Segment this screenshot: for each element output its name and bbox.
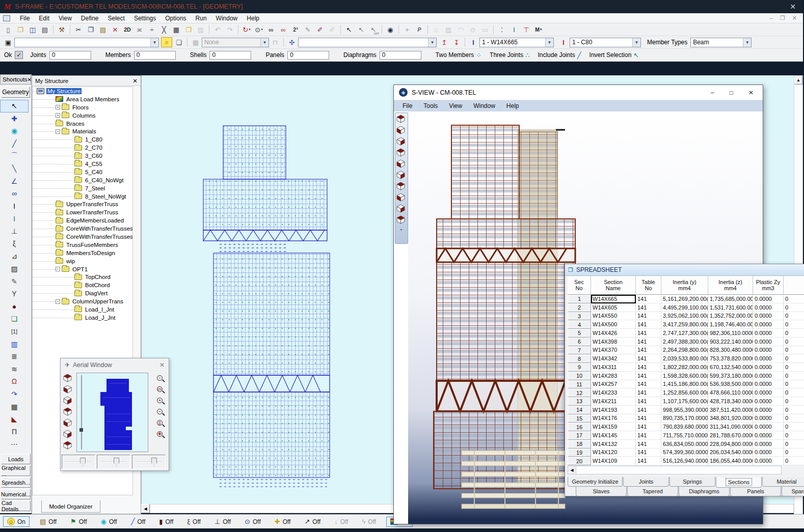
- data-cell[interactable]: 141: [636, 295, 661, 303]
- data-cell[interactable]: 982,306,110.0000: [708, 329, 753, 338]
- button-graphical[interactable]: Graphical ...: [1, 465, 31, 476]
- data-cell[interactable]: 0: [784, 388, 804, 397]
- tab-model-organizer[interactable]: Model Organizer: [41, 500, 100, 513]
- include-joints-icon[interactable]: ╱: [577, 51, 581, 59]
- tree-item-8-steel-nowgt[interactable]: 8_Steel_NoWgt: [33, 192, 132, 201]
- data-cell[interactable]: 0: [784, 346, 804, 355]
- data-cell[interactable]: 0: [784, 414, 804, 423]
- data-cell[interactable]: 2,264,298,800.00(: [661, 346, 708, 355]
- data-cell[interactable]: 141: [636, 320, 661, 329]
- row-number-cell[interactable]: 11: [568, 380, 591, 389]
- data-cell[interactable]: 0: [784, 406, 804, 414]
- data-cell[interactable]: 0: [784, 440, 804, 449]
- data-cell[interactable]: 5,161,269,200.00(: [661, 295, 708, 303]
- import-up-icon[interactable]: ↥: [439, 37, 450, 47]
- section-combo[interactable]: 1 - W14X665▼: [479, 38, 554, 47]
- view-cube-left-icon[interactable]: [63, 396, 73, 406]
- data-cell[interactable]: 0.0000: [753, 449, 784, 457]
- members-toggle[interactable]: ╱Off: [127, 517, 149, 526]
- data-cell[interactable]: 387,511,420.0000: [708, 406, 753, 414]
- zoom-window-icon[interactable]: ▭: [156, 386, 166, 395]
- data-cell[interactable]: W14X550: [591, 312, 636, 321]
- row-number-cell[interactable]: 2: [568, 303, 591, 312]
- view-cube-bottom-icon[interactable]: [63, 430, 73, 440]
- data-cell[interactable]: 141: [636, 423, 661, 431]
- group-folder-icon[interactable]: ❒: [183, 24, 194, 35]
- row-number-cell[interactable]: 10: [568, 372, 591, 380]
- data-cell[interactable]: 2,039,533,800.00(: [661, 354, 708, 363]
- member-symbols-icon[interactable]: M▾: [533, 24, 544, 35]
- data-cell[interactable]: 3,925,062,100.00(: [661, 312, 708, 321]
- data-cell[interactable]: W14X398: [591, 338, 636, 346]
- data-cell[interactable]: 0.0000: [753, 303, 784, 312]
- find-binoculars-icon[interactable]: ∞: [265, 24, 277, 35]
- member-axes-toggle[interactable]: ↗Off: [301, 517, 324, 526]
- data-cell[interactable]: 636,834,050.0000: [661, 440, 708, 449]
- row-number-cell[interactable]: 13: [568, 397, 591, 406]
- numbered-grid-icon[interactable]: ▦: [0, 400, 29, 413]
- paint-select-icon[interactable]: ✐: [314, 24, 326, 35]
- panels-toggle[interactable]: ▮Off: [155, 517, 177, 526]
- data-cell[interactable]: 0.0000: [753, 295, 784, 303]
- data-cell[interactable]: W14X176: [591, 414, 636, 423]
- menu-item-select[interactable]: Select: [103, 15, 129, 22]
- select-pointer-icon[interactable]: ↖: [0, 100, 29, 113]
- tab-diaphragms[interactable]: Diaphragms: [679, 487, 730, 496]
- spreadsheet-title-bar[interactable]: ❐ SPREADSHEET: [565, 264, 804, 276]
- data-cell[interactable]: 0: [784, 423, 804, 431]
- data-cell[interactable]: 574,399,360.0000: [661, 449, 708, 457]
- data-cell[interactable]: 0: [784, 354, 804, 363]
- add-member-icon[interactable]: ╱: [0, 137, 29, 150]
- loads-toggle[interactable]: ↓Off: [331, 517, 352, 526]
- dynamic-toggle[interactable]: ϟOff: [358, 517, 380, 526]
- data-cell[interactable]: 141: [636, 397, 661, 406]
- data-cell[interactable]: 141: [636, 363, 661, 372]
- support-spring-icon[interactable]: ξ: [0, 238, 29, 250]
- data-cell[interactable]: 0.0000: [753, 329, 784, 338]
- tree-item-3-c60[interactable]: 3_C60: [33, 152, 132, 160]
- data-cell[interactable]: 1,735,685,000.00(: [708, 295, 753, 303]
- data-cell[interactable]: 348,801,920.0000: [708, 414, 753, 423]
- row-number-cell[interactable]: 12: [568, 388, 591, 397]
- select-gfp-icon[interactable]: ↖GFP: [368, 24, 379, 35]
- data-cell[interactable]: W14X159: [591, 423, 636, 431]
- tree-item-opt1[interactable]: −OPT1: [33, 265, 132, 273]
- data-cell[interactable]: 753,378,820.0000: [708, 354, 753, 363]
- tab-sections[interactable]: Sections: [716, 477, 762, 488]
- ok-checkbox[interactable]: ✓: [15, 51, 23, 59]
- scroll-left-icon[interactable]: ◀: [568, 466, 576, 474]
- member-release-icon[interactable]: ∞: [0, 187, 29, 200]
- members-count-field[interactable]: 0: [134, 51, 176, 60]
- window-close-button[interactable]: ✕: [782, 3, 804, 11]
- data-cell[interactable]: 206,034,540.0000: [708, 449, 753, 457]
- data-cell[interactable]: 0: [784, 380, 804, 389]
- sview-menu-item-file[interactable]: File: [397, 102, 418, 109]
- print-icon[interactable]: ▤: [39, 24, 50, 35]
- data-cell[interactable]: W14X370: [591, 346, 636, 355]
- data-cell[interactable]: 3,417,259,800.00(: [661, 320, 708, 329]
- tree-item-columns[interactable]: +Columns: [33, 111, 132, 120]
- group-combo[interactable]: ▼: [298, 38, 437, 47]
- tab-panels[interactable]: Panels: [730, 487, 781, 496]
- spreadsheet-rows[interactable]: 1W14X6651415,161,269,200.00(1,735,685,00…: [568, 295, 804, 465]
- data-cell[interactable]: 186,055,440.0000: [708, 457, 753, 465]
- row-number-cell[interactable]: 1: [568, 295, 591, 303]
- view-cube-top-icon[interactable]: [63, 374, 73, 384]
- tree-item-edgemembersloaded[interactable]: EdgeMembersLoaded: [33, 216, 132, 225]
- tree-item-load-i-jnt[interactable]: Load_I_Jnt: [33, 305, 132, 314]
- data-cell[interactable]: 1,252,856,600.00(: [661, 388, 708, 397]
- data-cell[interactable]: 0: [784, 303, 804, 312]
- cube-1-icon[interactable]: [396, 115, 407, 125]
- row-number-cell[interactable]: 17: [568, 431, 591, 440]
- data-cell[interactable]: W14X233: [591, 388, 636, 397]
- row-number-cell[interactable]: 16: [568, 423, 591, 431]
- status-ready-toggle[interactable]: ☺On: [3, 516, 30, 527]
- sview-maximize-button[interactable]: □: [730, 89, 733, 96]
- delete-icon[interactable]: ✕: [110, 24, 121, 35]
- sview-title-bar[interactable]: ◈ S-VIEW - CM-008.TEL –□✕: [394, 85, 763, 100]
- zoom-view-icon[interactable]: ⊙▾: [253, 24, 264, 35]
- data-cell[interactable]: 828,300,480.0000: [708, 346, 753, 355]
- data-cell[interactable]: W14X342: [591, 354, 636, 363]
- curve-hook-icon[interactable]: ↷: [0, 388, 29, 401]
- joints-count-field[interactable]: 0: [49, 51, 91, 60]
